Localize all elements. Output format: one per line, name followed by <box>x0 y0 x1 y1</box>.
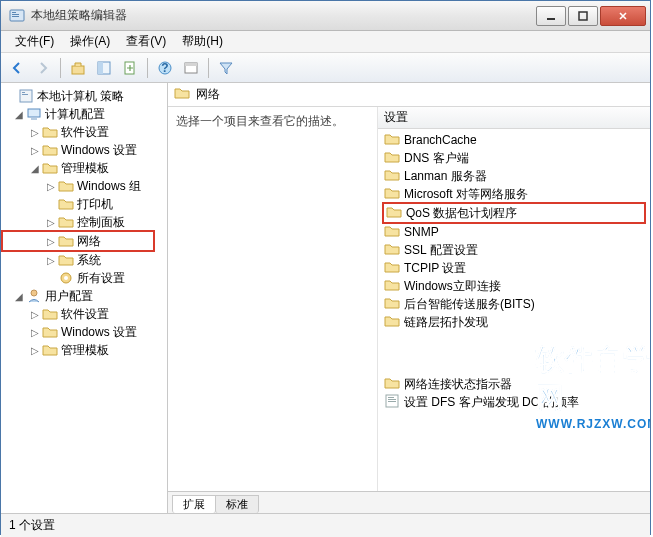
settings-list[interactable]: BranchCacheDNS 客户端Lanman 服务器Microsoft 对等… <box>378 129 650 413</box>
tree-pane[interactable]: 本地计算机 策略 ◢ 计算机配置 ▷ 软件设置 ▷ Windows 设置 ◢ 管… <box>1 83 168 513</box>
tree-printers[interactable]: 打印机 <box>3 195 165 213</box>
tab-extended[interactable]: 扩展 <box>172 495 216 513</box>
list-header[interactable]: 设置 <box>378 107 650 129</box>
tree-windows-settings[interactable]: ▷ Windows 设置 <box>3 141 165 159</box>
tree-user-windows-settings[interactable]: ▷ Windows 设置 <box>3 323 165 341</box>
list-item[interactable]: SSL 配置设置 <box>382 241 646 259</box>
folder-icon <box>384 295 400 314</box>
expander-icon[interactable]: ▷ <box>29 345 41 356</box>
description-prompt: 选择一个项目来查看它的描述。 <box>176 114 344 128</box>
list-item[interactable]: BranchCache <box>382 131 646 149</box>
toolbar-separator <box>60 58 61 78</box>
expander-icon[interactable]: ▷ <box>29 145 41 156</box>
folder-icon <box>42 342 58 358</box>
folder-icon <box>42 160 58 176</box>
svg-rect-6 <box>72 66 84 74</box>
show-hide-tree-button[interactable] <box>92 56 116 80</box>
tab-standard[interactable]: 标准 <box>215 495 259 513</box>
svg-rect-5 <box>579 12 587 20</box>
up-button[interactable] <box>66 56 90 80</box>
list-item-label: BranchCache <box>404 133 477 147</box>
folder-icon <box>384 375 400 394</box>
help-button[interactable]: ? <box>153 56 177 80</box>
tree-control-panel[interactable]: ▷ 控制面板 <box>3 213 165 231</box>
menu-file[interactable]: 文件(F) <box>7 31 62 52</box>
right-header-title: 网络 <box>196 86 220 103</box>
expander-icon[interactable]: ◢ <box>29 163 41 174</box>
tree-label: 计算机配置 <box>45 106 105 123</box>
tree-system[interactable]: ▷ 系统 <box>3 251 165 269</box>
menubar: 文件(F) 操作(A) 查看(V) 帮助(H) <box>1 31 650 53</box>
svg-rect-16 <box>22 94 28 95</box>
folder-icon <box>58 233 74 249</box>
toolbar-separator <box>208 58 209 78</box>
tree-label: 网络 <box>77 233 101 250</box>
list-item-label: 链路层拓扑发现 <box>404 314 488 331</box>
svg-rect-4 <box>547 18 555 20</box>
maximize-button[interactable] <box>568 6 598 26</box>
tree-user-config[interactable]: ◢ 用户配置 <box>3 287 165 305</box>
export-list-button[interactable] <box>118 56 142 80</box>
tree-label: 控制面板 <box>77 214 125 231</box>
tree-user-admin-templates[interactable]: ▷ 管理模板 <box>3 341 165 359</box>
list-item[interactable]: DNS 客户端 <box>382 149 646 167</box>
svg-rect-2 <box>12 14 19 15</box>
tree-software-settings[interactable]: ▷ 软件设置 <box>3 123 165 141</box>
expander-icon[interactable]: ◢ <box>13 109 25 120</box>
folder-icon <box>384 131 400 150</box>
client-area: 本地计算机 策略 ◢ 计算机配置 ▷ 软件设置 ▷ Windows 设置 ◢ 管… <box>1 83 650 513</box>
tree-admin-templates[interactable]: ◢ 管理模板 <box>3 159 165 177</box>
list-item-label: QoS 数据包计划程序 <box>406 205 517 222</box>
close-button[interactable] <box>600 6 646 26</box>
list-item[interactable]: Microsoft 对等网络服务 <box>382 185 646 203</box>
forward-button[interactable] <box>31 56 55 80</box>
app-icon <box>9 8 25 24</box>
svg-rect-25 <box>388 401 396 402</box>
list-item[interactable]: 设置 DFS 客户端发现 DC 的频率 <box>382 393 646 411</box>
titlebar: 本地组策略编辑器 <box>1 1 650 31</box>
tree-user-software-settings[interactable]: ▷ 软件设置 <box>3 305 165 323</box>
tree-label: Windows 设置 <box>61 142 137 159</box>
expander-icon[interactable]: ▷ <box>45 236 57 247</box>
user-icon <box>26 288 42 304</box>
filter-button[interactable] <box>214 56 238 80</box>
expander-icon[interactable]: ▷ <box>45 181 57 192</box>
setting-icon <box>384 393 400 412</box>
expander-icon[interactable]: ▷ <box>29 309 41 320</box>
list-item[interactable]: 后台智能传送服务(BITS) <box>382 295 646 313</box>
right-header: 网络 <box>168 83 650 107</box>
svg-rect-0 <box>10 10 24 21</box>
list-item[interactable]: QoS 数据包计划程序 <box>384 204 644 222</box>
tree-windows-components[interactable]: ▷ Windows 组 <box>3 177 165 195</box>
list-item[interactable]: SNMP <box>382 223 646 241</box>
list-item[interactable]: TCPIP 设置 <box>382 259 646 277</box>
folder-icon <box>384 313 400 332</box>
back-button[interactable] <box>5 56 29 80</box>
minimize-button[interactable] <box>536 6 566 26</box>
toolbar-separator <box>147 58 148 78</box>
menu-help[interactable]: 帮助(H) <box>174 31 231 52</box>
list-item[interactable]: Windows立即连接 <box>382 277 646 295</box>
expander-icon[interactable]: ▷ <box>45 217 57 228</box>
expander-icon[interactable]: ▷ <box>29 327 41 338</box>
list-item[interactable]: 链路层拓扑发现 <box>382 313 646 331</box>
tree-network[interactable]: ▷ 网络 <box>3 232 153 250</box>
folder-icon <box>386 204 402 223</box>
properties-button[interactable] <box>179 56 203 80</box>
menu-view[interactable]: 查看(V) <box>118 31 174 52</box>
settings-icon <box>58 270 74 286</box>
expander-icon[interactable]: ▷ <box>29 127 41 138</box>
list-item-label: 网络连接状态指示器 <box>404 376 512 393</box>
list-item[interactable]: Lanman 服务器 <box>382 167 646 185</box>
menu-action[interactable]: 操作(A) <box>62 31 118 52</box>
folder-icon <box>384 185 400 204</box>
folder-icon <box>384 149 400 168</box>
folder-icon <box>58 196 74 212</box>
expander-icon[interactable]: ◢ <box>13 291 25 302</box>
tree-all-settings[interactable]: 所有设置 <box>3 269 165 287</box>
tree-root[interactable]: 本地计算机 策略 <box>3 87 165 105</box>
expander-icon[interactable]: ▷ <box>45 255 57 266</box>
list-item[interactable]: 网络连接状态指示器 <box>382 375 646 393</box>
tree-label: 系统 <box>77 252 101 269</box>
tree-computer-config[interactable]: ◢ 计算机配置 <box>3 105 165 123</box>
